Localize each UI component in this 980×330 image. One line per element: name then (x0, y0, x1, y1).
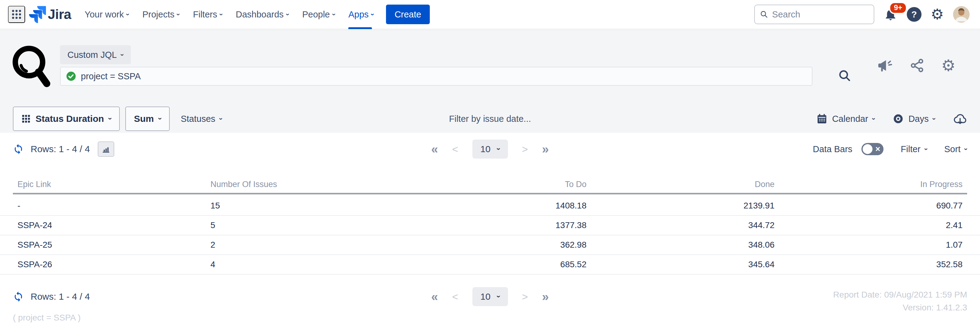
toolbar-right-group: Calendar › Days › (816, 112, 967, 126)
cell-to-do: 362.98 (399, 240, 587, 250)
last-page-button[interactable]: » (542, 290, 549, 303)
page-size-select[interactable]: 10 › (473, 287, 508, 306)
statuses-dropdown[interactable]: Statuses › (181, 114, 222, 124)
table-display-controls: Data Bars × Filter › Sort › (813, 143, 967, 155)
create-button[interactable]: Create (386, 5, 430, 24)
user-avatar[interactable] (953, 6, 970, 23)
filter-dropdown[interactable]: Filter › (900, 144, 927, 154)
column-header-in-progress[interactable]: In Progress (775, 180, 963, 189)
chevron-down-icon: › (931, 117, 938, 120)
cell-done: 348.06 (587, 240, 775, 250)
sort-dropdown[interactable]: Sort › (944, 144, 967, 154)
report-type-dropdown[interactable]: Status Duration › (13, 106, 120, 131)
time-unit-icon (892, 113, 904, 125)
toggle-knob (863, 144, 872, 154)
table-row[interactable]: SSPA-25 2 362.98 348.06 1.07 (0, 235, 980, 255)
megaphone-icon (877, 57, 893, 73)
next-page-button[interactable]: > (522, 292, 528, 302)
table-header-row: Epic Link Number Of Issues To Do Done In… (0, 176, 980, 193)
nav-item-your-work[interactable]: Your work › (84, 0, 129, 29)
jira-logo[interactable]: Jira (28, 5, 71, 23)
calendar-icon (816, 113, 828, 125)
chevron-down-icon: › (119, 54, 126, 56)
chevron-down-icon: › (330, 13, 337, 16)
jira-logo-icon (28, 5, 46, 23)
report-query-panel: Custom JQL › project = SSPA (0, 30, 980, 133)
report-toolbar: Status Duration › Sum › Statuses › (13, 106, 967, 131)
valid-check-icon (65, 71, 76, 82)
cloud-download-icon (953, 112, 967, 126)
jql-input[interactable]: project = SSPA (60, 67, 813, 86)
notifications-button[interactable]: 9+ (883, 7, 897, 21)
cell-number-of-issues: 5 (210, 221, 399, 230)
column-header-to-do[interactable]: To Do (399, 180, 587, 189)
chevron-down-icon: › (107, 117, 114, 120)
last-page-button[interactable]: » (542, 143, 549, 155)
chevron-down-icon: › (156, 117, 163, 120)
toggle-off-icon: × (875, 144, 880, 154)
cell-epic-link: SSPA-26 (18, 260, 210, 270)
prev-page-button[interactable]: < (452, 292, 458, 302)
calendar-dropdown[interactable]: Calendar › (816, 113, 875, 125)
grid-icon (21, 114, 31, 123)
cell-number-of-issues: 15 (210, 201, 399, 211)
list-controls-top: Rows: 1 - 4 / 4 « < 10 › > » Data Bars (13, 138, 967, 160)
table-row[interactable]: - 15 1408.18 2139.91 690.77 (0, 196, 980, 216)
issue-date-filter-input[interactable] (395, 114, 585, 124)
app-switcher-button[interactable] (8, 6, 25, 23)
search-input[interactable] (772, 10, 869, 20)
share-icon (909, 57, 925, 73)
first-page-button[interactable]: « (431, 290, 438, 303)
search-icon (837, 68, 852, 83)
nav-item-filters[interactable]: Filters › (193, 0, 222, 29)
nav-item-projects[interactable]: Projects › (142, 0, 180, 29)
report-meta: Report Date: 09/Aug/2021 1:59 PM Version… (833, 288, 967, 314)
jql-query-text: project = SSPA (81, 71, 141, 81)
report-settings-button[interactable]: ⚙ (941, 57, 956, 73)
cell-to-do: 1408.18 (399, 201, 587, 211)
query-echo: ( project = SSPA ) (13, 313, 81, 323)
cell-epic-link: SSPA-24 (18, 221, 210, 230)
column-header-done[interactable]: Done (587, 180, 775, 189)
gear-icon: ⚙ (931, 7, 944, 22)
column-header-epic-link[interactable]: Epic Link (18, 180, 210, 189)
next-page-button[interactable]: > (522, 144, 528, 154)
chevron-down-icon: › (175, 13, 182, 16)
settings-button[interactable]: ⚙ (931, 7, 944, 22)
nav-search[interactable] (754, 5, 874, 24)
table-row[interactable]: SSPA-24 5 1377.38 344.72 2.41 (0, 216, 980, 235)
page-size-select[interactable]: 10 › (473, 140, 508, 159)
first-page-button[interactable]: « (431, 143, 438, 155)
cell-to-do: 1377.38 (399, 221, 587, 230)
report-action-icons: ⚙ (877, 57, 956, 73)
cell-epic-link: SSPA-25 (18, 240, 210, 250)
announcements-button[interactable] (877, 57, 893, 73)
chevron-down-icon: › (963, 148, 970, 150)
top-nav: Jira Your work › Projects › Filters › Da… (0, 0, 980, 29)
jql-search-button[interactable] (837, 68, 852, 83)
nav-item-people[interactable]: People › (302, 0, 335, 29)
share-button[interactable] (909, 57, 925, 73)
cell-in-progress: 1.07 (775, 240, 963, 250)
search-icon (760, 10, 768, 19)
report-version: Version: 1.41.2.3 (833, 301, 967, 314)
cell-in-progress: 2.41 (775, 221, 963, 230)
column-header-number-of-issues[interactable]: Number Of Issues (210, 180, 399, 189)
nav-item-apps[interactable]: Apps › (348, 0, 374, 29)
chevron-down-icon: › (217, 117, 224, 120)
cell-number-of-issues: 4 (210, 260, 399, 270)
aggregation-dropdown[interactable]: Sum › (125, 106, 170, 131)
cell-to-do: 685.52 (399, 260, 587, 270)
help-button[interactable]: ? (907, 7, 921, 22)
nav-item-dashboards[interactable]: Dashboards › (236, 0, 289, 29)
chevron-down-icon: › (284, 13, 291, 16)
prev-page-button[interactable]: < (452, 144, 458, 154)
data-bars-toggle[interactable]: × (861, 143, 883, 155)
export-button[interactable] (953, 112, 967, 126)
list-controls-bottom: Rows: 1 - 4 / 4 « < 10 › > » (13, 286, 967, 307)
app-switcher-icon (11, 9, 22, 20)
custom-jql-dropdown[interactable]: Custom JQL › (60, 45, 131, 64)
avatar-photo (953, 6, 970, 23)
unit-dropdown[interactable]: Days › (892, 113, 935, 125)
table-row[interactable]: SSPA-26 4 685.52 345.64 352.58 (0, 255, 980, 274)
